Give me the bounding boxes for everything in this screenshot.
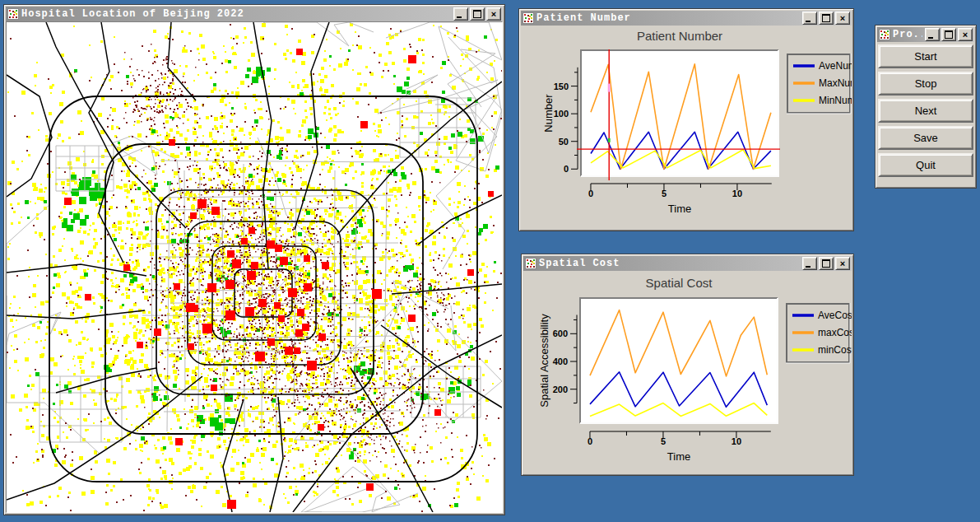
quit-button[interactable]: Quit [878, 153, 973, 177]
maximize-icon [473, 10, 481, 18]
y-axis: 200400600 [553, 315, 577, 403]
x-tick-label: 10 [732, 189, 742, 198]
x-tick-label: 0 [588, 436, 592, 446]
titlebar-spatial[interactable]: Spatial Cost × [523, 256, 852, 271]
map-thumbnail-icon [523, 12, 534, 24]
maximize-icon [822, 259, 830, 268]
y-tick-label: 600 [553, 329, 568, 338]
maximize-button[interactable] [470, 7, 485, 21]
window-title: Pro... [893, 27, 922, 42]
y-tick-label: 400 [553, 357, 568, 366]
x-axis-label: Time [668, 203, 691, 215]
close-button[interactable]: × [486, 7, 501, 21]
minimize-button[interactable] [802, 257, 817, 270]
map-thumbnail-icon [525, 258, 536, 269]
legend-label: MinNum [819, 95, 852, 106]
control-buttons: Start Stop Next Save Quit [877, 42, 974, 178]
x-tick-label: 10 [732, 436, 741, 446]
minimize-icon [806, 21, 810, 22]
window-title: Hospital Location of Beijing 2022 [21, 7, 451, 21]
minimize-icon [806, 266, 810, 268]
legend: AveCostmaxCostminCost [786, 303, 852, 363]
start-button[interactable]: Start [878, 44, 973, 68]
beijing-map [7, 22, 502, 512]
maximize-button[interactable] [819, 257, 834, 270]
window-map: Hospital Location of Beijing 2022 × [3, 4, 505, 515]
y-tick-label: 200 [553, 385, 568, 394]
maximize-button[interactable] [819, 12, 834, 25]
x-axis: 0510 [588, 184, 772, 198]
y-tick-label: 150 [554, 82, 569, 91]
window-controls: × [453, 7, 501, 21]
save-button[interactable]: Save [878, 126, 973, 150]
chart-title: Patient Number [637, 29, 722, 43]
y-tick-label: 100 [554, 109, 569, 119]
y-tick-label: 50 [559, 137, 569, 147]
maximize-icon [945, 30, 953, 39]
minimize-icon [457, 16, 462, 18]
desktop: Hospital Location of Beijing 2022 × Pati… [0, 0, 980, 522]
stop-button[interactable]: Stop [878, 72, 973, 96]
window-control-panel: Pro... × Start Stop Next Save Quit [875, 25, 977, 189]
window-spatial-cost: Spatial Cost × Spatial Cost200400600Spat… [521, 254, 854, 476]
window-patient-number: Patient Number × Patient Number050100150… [518, 8, 854, 231]
hospital-markers-layer [64, 49, 494, 509]
maximize-button[interactable] [941, 28, 956, 41]
legend-label: maxCost [818, 327, 852, 338]
window-title: Spatial Cost [539, 256, 800, 271]
close-icon: × [840, 259, 845, 268]
close-button[interactable]: × [835, 12, 850, 25]
legend-label: MaxNum [819, 77, 852, 89]
x-axis-label: Time [667, 450, 690, 463]
minimize-icon [928, 37, 933, 39]
legend-label: AveCost [818, 310, 852, 321]
x-tick-label: 5 [661, 436, 666, 446]
titlebar-map[interactable]: Hospital Location of Beijing 2022 × [6, 7, 503, 21]
next-button[interactable]: Next [878, 99, 973, 123]
y-axis-label: Spatial Accessibility [538, 314, 550, 408]
window-title: Patient Number [536, 11, 800, 26]
window-controls: × [802, 257, 850, 270]
map-canvas [6, 21, 503, 513]
minimize-button[interactable] [453, 7, 468, 21]
maximize-icon [822, 14, 830, 22]
close-button[interactable]: × [835, 257, 850, 270]
x-tick-label: 0 [588, 189, 593, 198]
spatial-cost-chart: Spatial Cost200400600Spatial Accessibili… [523, 271, 852, 473]
chart-title: Spatial Cost [646, 276, 713, 290]
legend-label: AveNum [819, 60, 852, 72]
legend-label: minCost [818, 344, 852, 356]
close-icon: × [963, 30, 968, 39]
close-button[interactable]: × [958, 28, 973, 41]
close-icon: × [840, 14, 845, 22]
current-time-marker [608, 138, 611, 142]
patient-number-chart: Patient Number050100150Number0510TimeAve… [521, 26, 852, 229]
map-thumbnail-icon [7, 8, 19, 20]
minimize-button[interactable] [925, 28, 940, 41]
minimize-button[interactable] [802, 12, 817, 25]
window-controls: × [802, 12, 850, 25]
y-axis: 050100150 [554, 68, 578, 174]
current-time-marker [608, 84, 611, 92]
legend: AveNumMaxNumMinNum [787, 54, 852, 114]
y-axis-label: Number [542, 94, 555, 133]
window-controls: × [925, 28, 973, 41]
titlebar-patient[interactable]: Patient Number × [521, 11, 852, 26]
x-tick-label: 5 [662, 189, 666, 198]
map-thumbnail-icon [879, 29, 890, 40]
titlebar-control[interactable]: Pro... × [877, 27, 974, 42]
y-tick-label: 0 [564, 164, 569, 174]
x-axis: 0510 [588, 431, 771, 446]
close-icon: × [491, 10, 496, 18]
